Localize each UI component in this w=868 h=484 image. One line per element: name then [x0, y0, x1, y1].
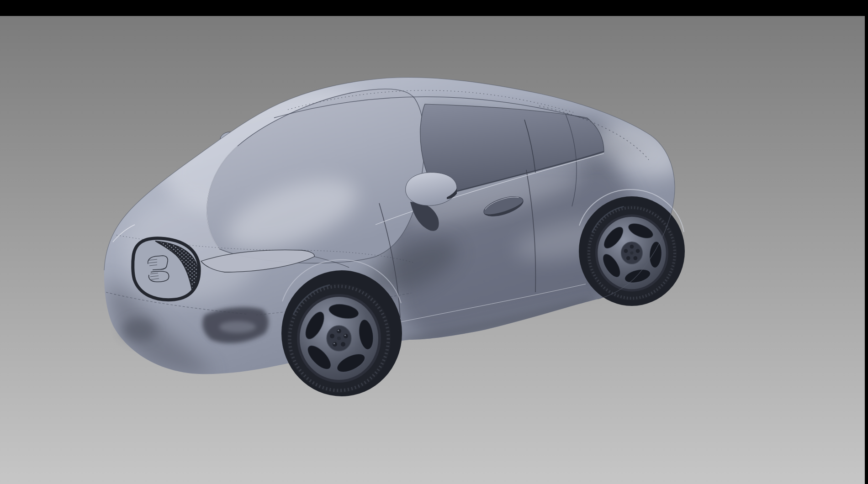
- rear-wheel: [587, 205, 677, 301]
- render-viewport[interactable]: [0, 0, 868, 484]
- front-grille: [133, 238, 199, 300]
- front-wheel: [287, 284, 391, 393]
- letterbox-top: [0, 0, 868, 16]
- letterbox-right: [865, 0, 868, 484]
- render-canvas[interactable]: [0, 0, 868, 484]
